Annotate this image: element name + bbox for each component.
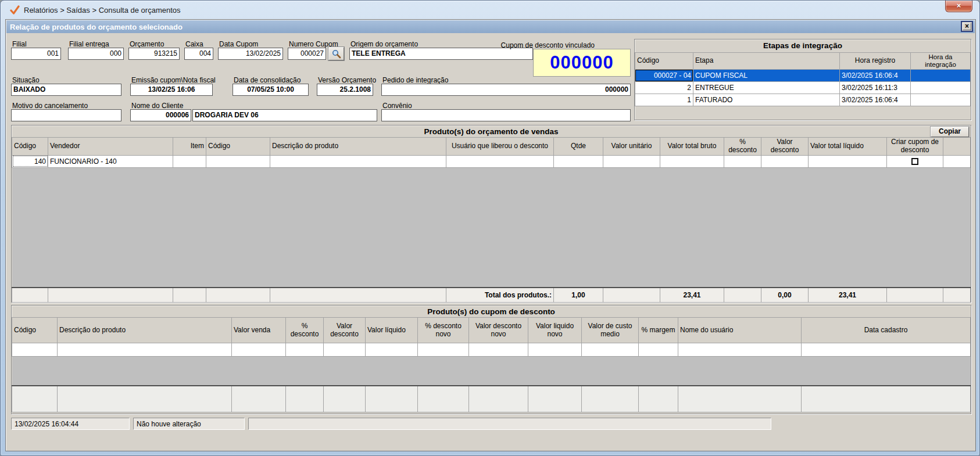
etapas-col-codigo: Código (635, 53, 693, 70)
versao-input[interactable]: 25.2.1008 (317, 84, 373, 96)
data-cupom-input[interactable]: 13/02/2025 (218, 48, 283, 60)
ccol-descricao: Descrição do produto (58, 318, 232, 343)
etapa-codigo[interactable]: 1 (635, 94, 693, 106)
cell-descricao[interactable]: AAS 3X10CPR INF (270, 155, 446, 167)
ccol-valor-desconto-novo: Valor desconto novo (469, 318, 528, 343)
etapa-hora-integracao[interactable] (911, 94, 971, 106)
window-titlebar: Relatórios > Saídas > Consulta de orçame… (1, 1, 979, 19)
ccol-codigo: Código (12, 318, 58, 343)
etapas-col-hora-registro: Hora registro (840, 53, 911, 70)
status-bar: 13/02/2025 16:04:44 Não houve alteração (11, 418, 971, 430)
cupom-desconto-panel: Produto(s) do cupom de desconto Código D… (11, 305, 971, 414)
convenio-input[interactable] (381, 109, 631, 121)
etapa-hora-integracao[interactable] (911, 82, 971, 94)
filial-entrega-label: Filial entrega (69, 40, 109, 48)
cliente-codigo-input[interactable]: 000006 (130, 109, 191, 121)
status-message: Não houve alteração (133, 418, 245, 430)
copy-button[interactable]: Copiar (931, 127, 969, 137)
caixa-label: Caixa (185, 40, 203, 48)
orcamento-label: Orçamento (130, 40, 164, 48)
cell-qtde[interactable]: 1,00 (554, 155, 603, 167)
etapa-codigo[interactable]: 000027 - 04 (635, 70, 693, 82)
situacao-input[interactable]: BAIXADO (11, 84, 121, 96)
cell-item[interactable]: 01 (173, 155, 206, 167)
filial-input[interactable]: 001 (11, 48, 61, 60)
etapa-nome[interactable]: ENTREGUE (693, 82, 840, 94)
app-logo-check-icon (10, 5, 20, 15)
cell-codigo-produto[interactable]: 00011 (206, 155, 270, 167)
etapa-hora-registro[interactable]: 3/02/2025 16:06:4 (840, 70, 911, 82)
cell-pct-desconto[interactable]: 0,00 (724, 155, 761, 167)
cell-valor-total-liquido[interactable]: 23,41 (809, 155, 887, 167)
product-row[interactable]: 140 FUNCIONARIO - 140 01 00011 AAS 3X10C… (12, 155, 971, 167)
etapas-row[interactable]: 2 ENTREGUE 3/02/2025 16:11:3 (635, 82, 971, 94)
dialog-close-button[interactable]: × (961, 21, 973, 32)
cell-codigo-vendedor[interactable]: 140 (12, 155, 48, 167)
etapas-row[interactable]: 1 FATURADO 3/02/2025 16:06:4 (635, 94, 971, 106)
ccol-pct-margem: % margem (639, 318, 678, 343)
totals-valor-total-bruto: 23,41 (660, 288, 724, 302)
ccol-valor-liquido-novo: Valor liquido novo (528, 318, 582, 343)
pedido-input[interactable]: 000000 (381, 84, 631, 96)
cell-criar-cupom (887, 155, 943, 167)
header-fields: Filial 001 Filial entrega 000 Orçamento … (11, 39, 631, 121)
numero-cupom-input[interactable]: 000027 (288, 48, 326, 60)
window-close-button[interactable]: × (945, 1, 972, 12)
etapas-row[interactable]: 000027 - 04 CUPOM FISCAL 3/02/2025 16:06… (635, 70, 971, 82)
col-codigo-vendedor: Código (12, 138, 48, 156)
etapas-title: Etapas de integração (635, 40, 971, 51)
origem-label: Origem do orçamento (350, 40, 418, 48)
ccol-pct-desconto: % desconto (286, 318, 324, 343)
search-button[interactable] (328, 47, 344, 60)
cupom-desconto-title: Produto(s) do cupom de desconto (12, 306, 971, 317)
cupom-empty-row[interactable] (12, 343, 971, 357)
etapa-nome[interactable]: FATURADO (693, 94, 840, 106)
caixa-input[interactable]: 004 (184, 48, 213, 60)
motivo-input[interactable] (11, 109, 121, 121)
orcamento-input[interactable]: 913215 (128, 48, 180, 60)
totals-label: Total dos produtos.: (446, 288, 554, 302)
cell-usuario-desconto[interactable] (446, 155, 554, 167)
totals-qtde: 1,00 (554, 288, 603, 302)
status-extra (248, 418, 771, 430)
cliente-nome-input[interactable]: DROGARIA DEV 06 (192, 109, 377, 121)
origem-input[interactable]: TELE ENTREGA (349, 48, 533, 60)
cell-vendedor[interactable]: FUNCIONARIO - 140 (48, 155, 173, 167)
col-filler (943, 138, 971, 156)
situacao-label: Situação (12, 76, 40, 84)
col-pct-desconto: % desconto (724, 138, 761, 156)
convenio-label: Convênio (382, 102, 412, 110)
products-empty-area (12, 167, 971, 288)
data-cupom-label: Data Cupom (219, 40, 258, 48)
pedido-label: Pedido de integração (382, 76, 448, 84)
cupom-footer-row (12, 386, 971, 412)
dialog-titlebar: Relação de produtos do orçamento selecio… (6, 20, 975, 33)
cell-valor-total-bruto[interactable]: 23,41 (660, 155, 724, 167)
cell-valor-unitario[interactable]: 23,41 (603, 155, 660, 167)
dialog-title: Relação de produtos do orçamento selecio… (10, 23, 183, 31)
consolidacao-input[interactable]: 07/05/25 10:00 (233, 84, 309, 96)
totals-valor-total-liquido: 23,41 (809, 288, 887, 302)
etapa-hora-integracao[interactable] (911, 70, 971, 82)
col-vendedor: Vendedor (48, 138, 173, 156)
dialog-client-area: Filial 001 Filial entrega 000 Orçamento … (6, 33, 976, 451)
col-valor-desconto: Valor desconto (761, 138, 809, 156)
search-icon (332, 49, 341, 59)
etapa-hora-registro[interactable]: 3/02/2025 16:11:3 (840, 82, 911, 94)
window-title: Relatórios > Saídas > Consulta de orçame… (24, 6, 181, 15)
etapas-table: Código Etapa Hora registro Hora da integ… (635, 52, 971, 106)
close-icon: × (957, 1, 961, 10)
motivo-label: Motivo do cancelamento (12, 102, 88, 110)
etapa-nome[interactable]: CUPOM FISCAL (693, 70, 840, 82)
etapas-col-etapa: Etapa (693, 53, 840, 70)
emissao-input[interactable]: 13/02/25 16:06 (130, 84, 213, 96)
filial-entrega-input[interactable]: 000 (68, 48, 124, 60)
col-qtde: Qtde (554, 138, 603, 156)
etapa-hora-registro[interactable]: 3/02/2025 16:06:4 (840, 94, 911, 106)
cell-valor-desconto[interactable]: 0,00 (761, 155, 809, 167)
criar-cupom-checkbox[interactable] (911, 158, 918, 165)
cupom-desconto-table: Código Descrição do produto Valor venda … (12, 317, 971, 412)
col-descricao: Descrição do produto (270, 138, 446, 156)
etapa-codigo[interactable]: 2 (635, 82, 693, 94)
col-codigo-produto: Código (206, 138, 270, 156)
